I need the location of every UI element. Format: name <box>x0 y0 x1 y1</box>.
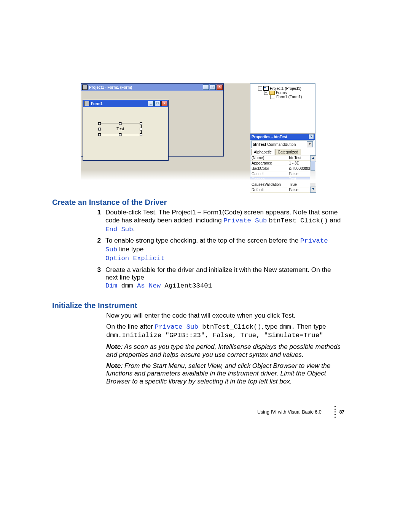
form-design-surface[interactable]: Test <box>83 107 168 160</box>
heading-create-instance: Create an Instance of the Driver <box>52 198 342 207</box>
body-text: . <box>133 225 135 233</box>
note-text: : As soon as you type the period, Intell… <box>106 343 341 358</box>
vb-ide-screenshot: Project1 - Form1 (Form) _ □ X Form1 _ □ <box>81 83 315 182</box>
note-text: : From the Start Menu, select View, and … <box>106 362 330 385</box>
code-keyword: As New <box>137 282 161 289</box>
body-text: On the line after Private Sub btnTest_Cl… <box>106 323 342 340</box>
mdi-title-text: Project1 - Form1 (Form) <box>89 85 132 89</box>
properties-title-text: Properties - btnTest <box>252 135 287 139</box>
resize-handle[interactable] <box>98 133 101 136</box>
maximize-button[interactable]: □ <box>155 101 161 106</box>
document-body: Create an Instance of the Driver 1 Doubl… <box>52 198 342 385</box>
close-button[interactable]: X <box>217 85 223 90</box>
tab-alphabetic[interactable]: Alphabetic <box>251 149 274 155</box>
mdi-titlebar[interactable]: Project1 - Form1 (Form) _ □ X <box>81 84 223 91</box>
combo-object-name: btnTest <box>253 142 266 147</box>
test-button-caption: Test <box>116 126 124 131</box>
step-3: 3 Create a variable for the driver and i… <box>93 266 342 290</box>
code-text: dmm <box>117 282 137 289</box>
scroll-thumb[interactable] <box>311 161 315 171</box>
code-keyword: Dim <box>105 282 117 289</box>
page-footer: Using IVI with Visual Basic 6.0 87 <box>257 406 344 418</box>
property-name[interactable]: (Name) <box>250 155 288 161</box>
property-name[interactable]: CausesValidation <box>250 182 288 187</box>
footer-dots-icon <box>335 406 336 418</box>
property-name[interactable]: Default <box>250 187 288 193</box>
body-text: On the line after <box>106 323 155 330</box>
step-2: 2 To enable strong type checking, at the… <box>93 236 342 262</box>
form-node[interactable]: Form1 (Form1) <box>276 95 302 99</box>
tab-categorized[interactable]: Categorized <box>275 149 301 155</box>
resize-handle[interactable] <box>140 133 142 136</box>
note-label: Note <box>106 343 121 350</box>
body-text: Create a variable for the driver and ini… <box>105 266 331 281</box>
code-keyword: Private Sub <box>155 323 198 331</box>
body-text: line type <box>117 245 143 253</box>
property-name[interactable]: Appearance <box>250 161 288 166</box>
ide-side-panels: – Project1 (Project1) – Forms Form1 (For… <box>250 83 315 182</box>
page-number: 87 <box>339 409 344 415</box>
properties-tabs: Alphabetic Categorized <box>250 149 315 155</box>
step-number: 1 <box>93 208 101 233</box>
body-text: Now you will enter the code that will ex… <box>106 312 342 320</box>
resize-handle[interactable] <box>119 133 122 136</box>
note: Note: As soon as you type the period, In… <box>106 343 342 359</box>
resize-handle[interactable] <box>140 128 142 131</box>
code-keyword: Option Explicit <box>105 255 165 262</box>
footer-text: Using IVI with Visual Basic 6.0 <box>257 409 322 415</box>
scroll-down-button[interactable]: ▼ <box>310 187 316 193</box>
maximize-button[interactable]: □ <box>210 85 216 90</box>
step-number: 2 <box>93 236 101 262</box>
project-explorer[interactable]: – Project1 (Project1) – Forms Form1 (For… <box>250 84 315 134</box>
code-text: dmm. <box>279 323 295 331</box>
code-text: btnTest_Click() <box>269 217 328 224</box>
test-command-button[interactable]: Test <box>99 123 142 135</box>
resize-handle[interactable] <box>98 122 101 125</box>
minimize-button[interactable]: _ <box>148 101 154 106</box>
tree-collapse-icon[interactable]: – <box>258 86 262 91</box>
body-text: To enable strong type checking, at the t… <box>105 236 300 244</box>
project-node[interactable]: Project1 (Project1) <box>270 86 301 91</box>
dropdown-arrow-icon[interactable]: ▾ <box>307 141 313 147</box>
folder-icon <box>269 91 275 95</box>
close-button[interactable]: X <box>161 101 167 106</box>
form-title-text: Form1 <box>91 102 103 106</box>
code-keyword: End Sub <box>105 226 133 233</box>
page: Project1 - Form1 (Form) _ □ X Form1 _ □ <box>0 0 411 532</box>
body-text: and <box>328 216 341 224</box>
properties-object-combo[interactable]: btnTest CommandButton ▾ <box>251 141 314 148</box>
form-designer-window[interactable]: Form1 _ □ X Test <box>83 100 169 161</box>
resize-handle[interactable] <box>140 122 142 125</box>
resize-handle[interactable] <box>98 128 101 131</box>
form-titlebar[interactable]: Form1 _ □ X <box>83 100 168 107</box>
close-icon[interactable]: × <box>309 134 314 139</box>
project-icon <box>263 86 269 91</box>
body-text: Then type <box>295 323 326 330</box>
note: Note: From the Start Menu, select View, … <box>106 362 342 385</box>
fade-overlay <box>81 170 315 183</box>
properties-panel-title[interactable]: Properties - btnTest × <box>250 134 315 140</box>
combo-object-type: CommandButton <box>267 142 296 147</box>
code-text: dmm.Initialize "GPIB::23", False, True, … <box>106 332 323 339</box>
mdi-child-window: Project1 - Form1 (Form) _ □ X Form1 _ □ <box>81 83 224 157</box>
forms-folder-node[interactable]: Forms <box>276 91 287 95</box>
step-number: 3 <box>93 266 101 290</box>
code-keyword: Private Sub <box>223 217 267 224</box>
heading-initialize: Initialize the Instrument <box>52 301 342 310</box>
code-text: Agilent33401 <box>161 282 212 289</box>
tree-collapse-icon[interactable]: – <box>264 91 268 95</box>
code-text: btnTest_Click() <box>198 323 261 331</box>
mdi-body: Form1 _ □ X Test <box>81 91 223 156</box>
note-label: Note <box>106 362 121 369</box>
step-1: 1 Double-click Test. The Project1 – Form… <box>93 208 342 233</box>
form-icon <box>82 85 88 90</box>
form-icon <box>84 101 89 106</box>
form-icon <box>270 95 275 99</box>
minimize-button[interactable]: _ <box>203 85 209 90</box>
body-text: , type <box>261 323 279 330</box>
resize-handle[interactable] <box>119 122 122 125</box>
